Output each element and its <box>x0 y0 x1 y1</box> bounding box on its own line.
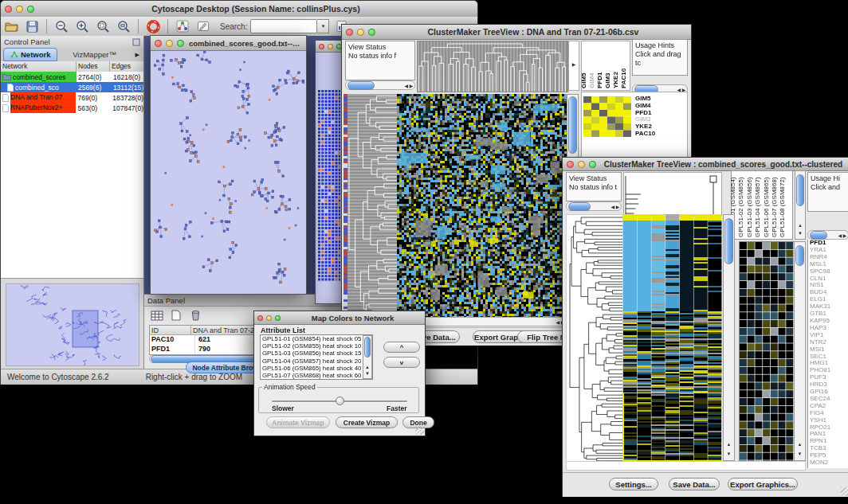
zoom-window-icon[interactable] <box>275 315 281 321</box>
search-label: Search: <box>220 22 247 31</box>
vizmapper-icon[interactable] <box>175 18 190 34</box>
zoom-heatmap[interactable] <box>739 241 795 463</box>
network-view-grid[interactable] <box>318 88 340 282</box>
column-dendrogram[interactable] <box>417 41 568 92</box>
export-graphics-button[interactable]: Export Graphics... <box>728 478 798 490</box>
status-welcome: Welcome to Cytoscape 2.6.2 <box>7 373 109 381</box>
delete-attribute-icon[interactable] <box>187 307 203 323</box>
tabs-more-button[interactable]: ▶ <box>132 52 143 58</box>
network-row[interactable]: combined_scores 2764(0) 16218(0) <box>1 72 143 82</box>
close-icon[interactable] <box>319 44 324 49</box>
dna-heatmap[interactable] <box>397 94 567 317</box>
close-icon[interactable] <box>346 29 353 36</box>
zoom-in-icon[interactable] <box>74 18 90 34</box>
zoom-window-icon[interactable] <box>589 161 596 168</box>
attribute-list-item[interactable]: GPL51-03 (GSM856) heat shock 15 min <box>262 350 372 357</box>
matrix-row-labels: GIM5GIM4PFD1GIM3YKE2PAC10 <box>635 96 686 138</box>
network-row[interactable]: RNAPuberNov2+ 563(0) 107847(0) <box>1 103 143 113</box>
network-view-canvas[interactable] <box>151 51 304 293</box>
col-header-network[interactable]: Network <box>1 61 77 72</box>
gene-dendrogram[interactable] <box>566 214 623 463</box>
network-window-2[interactable] <box>315 40 343 304</box>
minimize-icon[interactable] <box>16 6 23 13</box>
divider-arrow-icon[interactable]: ▶ <box>569 62 579 68</box>
zoom-fit-icon[interactable] <box>116 18 132 34</box>
close-icon[interactable] <box>257 315 263 321</box>
animate-vizmap-button[interactable]: Animate Vizmap <box>266 416 330 428</box>
network-doc-icon <box>2 94 9 102</box>
move-up-button[interactable]: ^ <box>383 342 420 353</box>
zoom-window-icon[interactable] <box>27 6 34 13</box>
folder-icon <box>2 73 11 80</box>
zoom-heatmap-vscrollbar[interactable]: ▲▼ <box>794 241 806 461</box>
network-window-1[interactable]: combined_scores_good.txt--cluste... <box>150 35 307 295</box>
col-header-edges[interactable]: Edges <box>110 61 143 72</box>
annotation-icon[interactable] <box>195 18 211 34</box>
resize-grip[interactable] <box>841 487 848 496</box>
open-file-icon[interactable] <box>3 18 19 34</box>
close-icon[interactable] <box>5 6 12 13</box>
desktop: Cytoscape Desktop (Session Name: collins… <box>0 0 848 504</box>
create-vizmap-button[interactable]: Create Vizmap <box>336 416 398 428</box>
attribute-listbox[interactable]: GPL51-01 (GSM854) heat shock 05 minGPL51… <box>260 334 373 380</box>
control-panel: Control Panel Network VizMapper™ ▶ Netwo… <box>1 36 144 369</box>
network-doc-icon <box>2 104 9 112</box>
close-icon[interactable] <box>567 161 574 168</box>
gene-label-list[interactable]: PFD1YRA1RNR4MSL1SPC98CLN1NIS1BUD4ELG1MAK… <box>807 240 848 468</box>
matrix-row-label: PAC10 <box>635 131 686 138</box>
matrix-column-label: GIM4 <box>588 72 595 88</box>
attribute-list-item[interactable]: GPL51-01 (GSM854) heat shock 05 min <box>262 335 372 342</box>
tab-vizmapper[interactable]: VizMapper™ <box>57 50 131 59</box>
main-window-title: Cytoscape Desktop (Session Name: collins… <box>34 4 477 14</box>
attribute-list-item[interactable]: GPL51-04 (GSM857) heat shock 20 min <box>262 357 372 365</box>
network-row[interactable]: DNA and Tran 07 769(0) 183728(0) <box>1 92 143 103</box>
zoom-window-icon[interactable] <box>368 29 375 36</box>
minimize-icon[interactable] <box>328 44 333 49</box>
minimize-icon[interactable] <box>578 161 585 168</box>
zoom-window-icon[interactable] <box>177 40 184 47</box>
search-input[interactable] <box>250 19 317 33</box>
attribute-list-item[interactable]: GPL51-02 (GSM855) heat shock 10 min <box>262 342 372 350</box>
attribute-list-item[interactable]: GPL51-06 (GSM865) heat shock 40 min <box>262 365 372 372</box>
sample-column-label: GPL51-02 (GSM855) <box>737 177 744 237</box>
attribute-select-icon[interactable] <box>149 307 165 323</box>
map-colors-dialog: Map Colors to Network Attribute List GPL… <box>253 311 426 436</box>
save-icon[interactable] <box>24 18 40 34</box>
heatmap-vscrollbar[interactable]: ▲▼ <box>723 214 735 461</box>
new-attribute-icon[interactable] <box>168 307 184 323</box>
minimize-icon[interactable] <box>166 40 173 47</box>
minimize-icon[interactable] <box>357 29 364 36</box>
zoom-selected-icon[interactable] <box>95 18 111 34</box>
expression-heatmap[interactable] <box>623 214 722 461</box>
sample-column-label: GPL51-06 (GSM865) <box>763 177 770 237</box>
minimize-icon[interactable] <box>266 315 272 321</box>
network-row[interactable]: combined_sco 2569(6) 13112(15) <box>1 82 143 92</box>
search-dropdown-icon[interactable]: ▾ <box>317 19 329 33</box>
settings-button[interactable]: Settings... <box>609 478 658 490</box>
gene-label[interactable]: MON2 <box>810 459 848 467</box>
sample-column-label: GPL51-03 (GSM856) <box>746 177 753 237</box>
close-icon[interactable] <box>155 40 162 47</box>
usage-hints-scrollbar[interactable]: ◀ ▶ <box>807 230 848 240</box>
view-status-scrollbar[interactable]: ◀ ▶ <box>345 80 415 90</box>
help-icon[interactable] <box>145 18 161 34</box>
row-dendrogram[interactable] <box>347 94 397 317</box>
slider-thumb[interactable] <box>336 397 344 405</box>
zoom-out-icon[interactable] <box>53 18 69 34</box>
similarity-matrix[interactable] <box>583 96 631 137</box>
attribute-list-item[interactable]: GPL51-07 (GSM868) heat shock 60 min <box>262 372 372 379</box>
resize-grip[interactable] <box>415 426 424 435</box>
move-down-button[interactable]: v <box>383 357 420 368</box>
network-overview[interactable] <box>1 278 143 369</box>
tab-network[interactable]: Network <box>3 48 57 61</box>
float-panel-icon[interactable] <box>132 38 140 46</box>
slower-label: Slower <box>272 404 294 412</box>
save-data-button[interactable]: Save Data... <box>669 478 720 490</box>
column-tree-area[interactable] <box>623 172 722 216</box>
treeview-combined-window: ClusterMaker TreeView : combined_scores_… <box>562 157 848 497</box>
view-status-scrollbar[interactable]: ◀ ▶ <box>566 201 622 211</box>
col-header-nodes[interactable]: Nodes <box>77 61 110 72</box>
attribute-list-vscrollbar[interactable]: ▲▼ <box>363 335 372 379</box>
labels-vscrollbar[interactable]: ▲▼ <box>795 170 806 240</box>
data-col-id[interactable]: ID <box>150 326 191 334</box>
